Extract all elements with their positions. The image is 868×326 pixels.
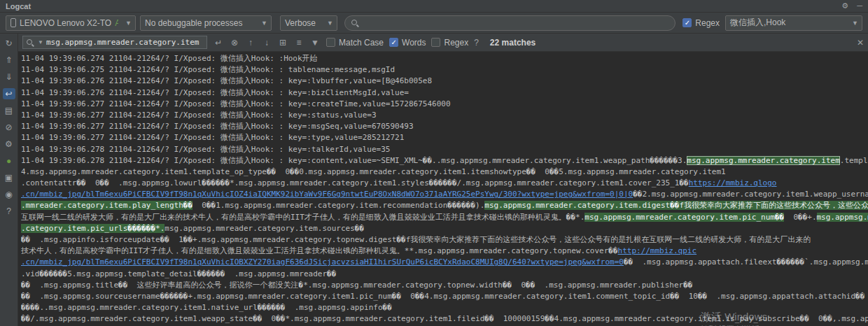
log-level-selector[interactable]: Verbose ▼	[280, 15, 337, 31]
words-checkbox-box[interactable]	[389, 38, 398, 47]
log-line: 11-04 19:39:06.276 21104-21264/? I/Xpose…	[21, 87, 868, 99]
chevron-down-icon: ▼	[323, 20, 333, 27]
logcat-search-box[interactable]	[344, 15, 676, 31]
log-line: �� .msg.appinfo.isforceupdate�� 1��+.msg…	[21, 234, 868, 246]
scroll-to-end-icon[interactable]: ⇓	[3, 71, 15, 83]
help-icon[interactable]: ?	[474, 38, 479, 48]
soft-wrap-icon[interactable]: ↩	[3, 88, 15, 99]
log-level-value: Verbose	[285, 18, 316, 28]
log-line: 11-04 19:39:06.277 21104-21264/? I/Xpose…	[21, 110, 868, 121]
log-line: 11-04 19:39:06.277 21104-21264/? I/Xpose…	[21, 121, 868, 132]
help-icon[interactable]: ?	[3, 206, 15, 217]
logcat-main: ▼ ↵⊗↑↓⊞≡▼ Match Case Words Regex ? 22 m	[18, 34, 868, 326]
select-all-occurrences-icon[interactable]: ⊞	[277, 38, 288, 48]
match-case-checkbox[interactable]: Match Case	[326, 38, 384, 48]
log-text: .template_op_type�� 0��	[840, 156, 868, 165]
next-occurrence-icon[interactable]: ↓	[261, 38, 272, 48]
android-monitor-icon[interactable]: ●	[3, 155, 15, 166]
find-input[interactable]	[46, 38, 203, 47]
device-android-version: Androic	[115, 18, 118, 28]
newline-icon[interactable]: ↵	[213, 38, 224, 48]
log-link[interactable]: .cn/mmbiz_jpg/blTm6exu6PiCFBCIV9fT98n1qX…	[21, 257, 624, 267]
process-selector[interactable]: No debuggable processes ▼	[140, 15, 272, 31]
log-output: 11-04 19:39:06.274 21104-21264/? I/Xpose…	[18, 52, 868, 326]
log-link[interactable]: http://mmbiz.qpic	[618, 246, 697, 255]
highlight-all-icon[interactable]: ≡	[293, 38, 304, 48]
match-count: 22 matches	[490, 38, 536, 48]
find-bar-icons: ↵⊗↑↓⊞≡▼	[213, 38, 321, 48]
filter-selector[interactable]: 微信插入,Hook ▼	[725, 15, 862, 31]
log-line: .cn/mmbiz_jpg/blTm6exu6PiCFBCIV9fT98n1qX…	[21, 189, 868, 200]
find-regex-checkbox[interactable]: Regex	[431, 38, 468, 48]
search-icon	[27, 38, 35, 47]
settings-gear-icon[interactable]: ⚙	[841, 1, 848, 10]
screenshot-icon[interactable]: ▣	[3, 172, 15, 183]
match-case-label: Match Case	[339, 38, 384, 48]
titlebar-icons: ⚙─	[841, 1, 862, 10]
log-text: 0��+.	[784, 213, 816, 222]
words-label: Words	[402, 38, 426, 48]
log-text: 11-04 19:39:06.278 21104-21264/? I/Xpose…	[21, 156, 687, 165]
regex-checkbox-box[interactable]	[682, 18, 692, 27]
match-case-checkbox-box[interactable]	[326, 38, 335, 47]
clear-logcat-icon[interactable]: ⊘	[3, 122, 15, 133]
log-line: .vid������5.msg.appmsg.template_detail��…	[21, 269, 868, 280]
previous-occurrence-icon[interactable]: ↑	[245, 38, 256, 48]
log-text: 11-04 19:39:06.274 21104-21264/? I/Xpose…	[21, 54, 318, 63]
log-link[interactable]: https://mmbiz.qlogo	[689, 178, 777, 187]
log-text: 11-04 19:39:06.277 21104-21264/? I/Xpose…	[21, 133, 404, 142]
find-regex-checkbox-box[interactable]	[431, 38, 440, 47]
log-line: .category.item.pic_urls������*.msg.appms…	[21, 223, 868, 234]
settings-icon[interactable]: ⚙	[3, 139, 15, 150]
log-text: 11-04 19:39:06.277 21104-21264/? I/Xpose…	[21, 122, 414, 131]
log-line: .cn/mmbiz_jpg/blTm6exu6PiCFBCIV9fT98n1qX…	[21, 257, 868, 268]
chevron-down-icon: ▼	[258, 20, 267, 27]
scroll-to-top-icon[interactable]: ⇑	[3, 55, 15, 66]
regex-checkbox-label: Regex	[695, 18, 720, 28]
logcat-toolbar: LENOVO Lenovo X2-TO Androic ▼ No debugga…	[0, 13, 868, 34]
log-line: 4.msg.appmsg.mmreader.category.item1.tem…	[21, 166, 868, 178]
logcat-body: ↻⇑⇓↩▤⊘⚙●▣◉? ▼ ↵⊗↑↓⊞≡▼ Match Case Words	[0, 34, 868, 326]
log-text: 11-04 19:39:06.277 21104-21264/? I/Xpose…	[21, 99, 451, 108]
logcat-search-input[interactable]	[364, 18, 668, 28]
find-regex-label: Regex	[444, 38, 468, 48]
log-text: 4.msg.appmsg.mmreader.category.item1.tem…	[21, 167, 726, 176]
filter-search-icon[interactable]: ▼	[309, 38, 321, 48]
log-line: 11-04 19:39:06.274 21104-21264/? I/Xpose…	[21, 53, 868, 64]
log-text: msg.appmsg.mmreader.category.item.source…	[164, 224, 364, 233]
device-name: LENOVO Lenovo X2-TO	[20, 18, 111, 28]
log-text: .category.item.pic_urls������*.	[21, 224, 164, 233]
log-text: msg.appmsg.mmreader.category.item	[687, 156, 840, 165]
log-link[interactable]: .cn/mmbiz_jpg/blTm6exu6PiCFBCIV9fT98n1qX…	[21, 190, 633, 199]
log-text: �� .msg.appmsg.appattach.fileext������`.…	[624, 257, 868, 267]
device-selector[interactable]: LENOVO Lenovo X2-TO Androic ▼	[6, 15, 136, 31]
close-icon[interactable]: ✕	[857, 38, 864, 48]
log-text: msg.appmsg.mmreader.category.item.pic_nu…	[584, 213, 784, 222]
logcat-titlebar: Logcat ⚙─	[0, 0, 868, 13]
logcat-gutter: ↻⇑⇓↩▤⊘⚙●▣◉?	[0, 34, 18, 326]
log-text: 11-04 19:39:06.275 21104-21264/? I/Xpose…	[21, 65, 395, 74]
chevron-down-icon: ▼	[122, 20, 132, 27]
chevron-down-icon: ▼	[848, 20, 858, 27]
log-text: ����..msg.appmsg.mmreader.category.item1…	[21, 303, 392, 312]
search-icon	[351, 19, 360, 27]
device-phone-icon	[10, 18, 16, 27]
search-history-chevron-icon[interactable]: ▼	[38, 39, 43, 45]
log-line: 11-04 19:39:06.277 21104-21264/? I/Xpose…	[21, 99, 868, 110]
toolbar-regex-checkbox[interactable]: Regex	[682, 18, 720, 28]
clear-search-icon[interactable]: ⊗	[229, 38, 240, 48]
hide-icon[interactable]: ─	[857, 1, 862, 10]
log-text: msg.appmsg.mmreader	[817, 213, 868, 222]
log-line: 11-04 19:39:06.277 21104-21264/? I/Xpose…	[21, 132, 868, 143]
log-text: .contentattr�� 0�� .msg.appmsg.lowurl���…	[21, 178, 689, 187]
find-field[interactable]: ▼	[22, 36, 207, 49]
words-checkbox[interactable]: Words	[389, 38, 426, 48]
restart-icon[interactable]: ↻	[3, 38, 15, 49]
log-line: 技术牛人，有的是高校学霸中的IIT才子佳人，有的是细致入微且兢兢业业工活并且拿技…	[21, 246, 868, 257]
log-line: 互联网一线二线的研发大师，有的是大厂出来的技术牛人，有的是高校学霸中的IIT才子…	[21, 212, 868, 223]
log-text: 互联网一线二线的研发大师，有的是大厂出来的技术牛人，有的是高校学霸中的IIT才子…	[21, 213, 584, 222]
log-text: 11-04 19:39:06.276 21104-21264/? I/Xpose…	[21, 88, 409, 97]
log-line: 11-04 19:39:06.275 21104-21264/? I/Xpose…	[21, 64, 868, 76]
print-icon[interactable]: ▤	[3, 105, 15, 116]
screen-record-icon[interactable]: ◉	[3, 189, 15, 200]
